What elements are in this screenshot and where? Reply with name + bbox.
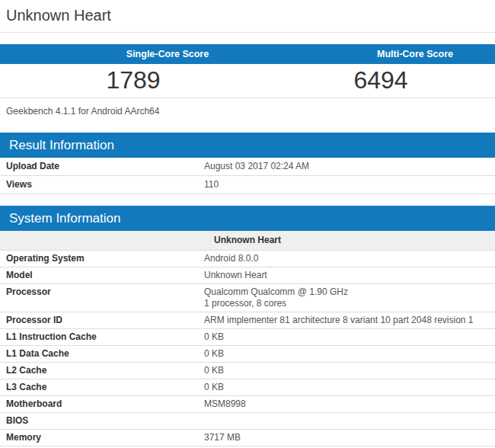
table-row: L2 Cache 0 KB [0, 363, 495, 379]
row-label: Upload Date [0, 158, 198, 176]
row-label: BIOS [0, 413, 198, 430]
row-value: Qualcomm Qualcomm @ 1.90 GHz 1 processor… [198, 284, 495, 312]
row-value: Android 8.0.0 [198, 251, 495, 267]
table-row: Memory 3717 MB [0, 430, 495, 446]
row-value: Unknown Heart [198, 267, 495, 284]
single-core-score-value: 1789 [0, 64, 248, 98]
processor-name: Qualcomm Qualcomm @ 1.90 GHz [204, 287, 489, 297]
row-value: MSM8998 [198, 396, 495, 413]
table-row: Upload Date August 03 2017 02:24 AM [0, 158, 495, 176]
row-label: L2 Cache [0, 363, 198, 379]
row-label: Operating System [0, 251, 198, 267]
result-information-header: Result Information [0, 133, 495, 158]
table-row: Processor ID ARM implementer 81 architec… [0, 312, 495, 329]
table-row: Model Unknown Heart [0, 267, 495, 284]
score-banner: Single-Core Score Multi-Core Score 1789 … [0, 44, 495, 98]
row-label: L1 Instruction Cache [0, 329, 198, 346]
row-value: 0 KB [198, 329, 495, 346]
row-label: Model [0, 267, 198, 284]
row-label: Processor [0, 284, 198, 312]
row-label: L1 Data Cache [0, 346, 198, 363]
page-title: Unknown Heart [0, 0, 495, 32]
multi-core-score-value: 6494 [248, 64, 495, 98]
row-label: L3 Cache [0, 379, 198, 396]
row-label: Motherboard [0, 396, 198, 413]
row-value: 0 KB [198, 346, 495, 363]
system-information-header: System Information [0, 206, 495, 231]
table-row: L1 Data Cache 0 KB [0, 346, 495, 363]
row-value: August 03 2017 02:24 AM [198, 158, 495, 176]
table-row: Unknown Heart [0, 231, 495, 251]
row-label: Views [0, 176, 198, 194]
table-row: Operating System Android 8.0.0 [0, 251, 495, 267]
system-device-name: Unknown Heart [0, 231, 495, 251]
page-header: Unknown Heart [0, 0, 495, 33]
single-core-score-header: Single-Core Score [0, 44, 248, 64]
row-label: Memory [0, 430, 198, 446]
row-value: ARM implementer 81 architecture 8 varian… [198, 312, 495, 329]
row-value: 110 [198, 176, 495, 194]
row-value [198, 413, 495, 430]
processor-topology: 1 processor, 8 cores [204, 299, 489, 309]
table-row: Views 110 [0, 176, 495, 194]
table-row: L1 Instruction Cache 0 KB [0, 329, 495, 346]
row-label: Processor ID [0, 312, 198, 329]
table-row: Motherboard MSM8998 [0, 396, 495, 413]
row-value: 0 KB [198, 379, 495, 396]
system-information-table: Unknown Heart Operating System Android 8… [0, 231, 495, 446]
table-row: Processor Qualcomm Qualcomm @ 1.90 GHz 1… [0, 284, 495, 312]
result-information-table: Upload Date August 03 2017 02:24 AM View… [0, 158, 495, 194]
multi-core-score-header: Multi-Core Score [248, 44, 495, 64]
benchmark-version-note: Geekbench 4.1.1 for Android AArch64 [0, 98, 495, 117]
table-row: BIOS [0, 413, 495, 430]
table-row: L3 Cache 0 KB [0, 379, 495, 396]
row-value: 3717 MB [198, 430, 495, 446]
row-value: 0 KB [198, 363, 495, 379]
